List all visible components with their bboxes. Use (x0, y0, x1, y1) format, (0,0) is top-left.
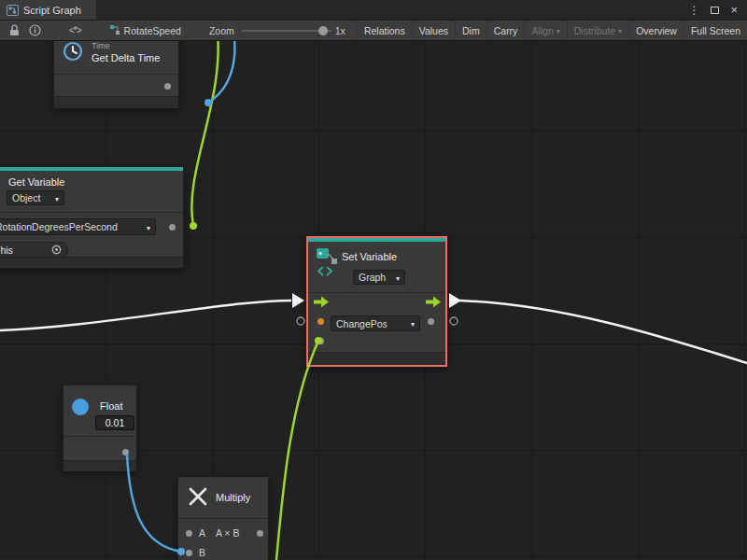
chevron-down-icon: ▾ (55, 195, 59, 203)
node-title: Get Delta Time (92, 52, 160, 63)
dim-button[interactable]: Dim (455, 21, 486, 40)
flow-input-port[interactable] (314, 296, 329, 310)
node-subtitle: Time (92, 41, 110, 50)
self-reference-chip[interactable]: This (0, 242, 68, 258)
distribute-button[interactable]: Distribute▾ (567, 21, 628, 40)
value-output-port[interactable] (428, 318, 434, 325)
close-icon[interactable]: × (730, 4, 738, 16)
node-get-delta-time[interactable]: Time Get Delta Time (53, 41, 179, 108)
clock-icon (62, 41, 84, 63)
output-label: A × B (216, 527, 239, 539)
menu-kebab-icon[interactable]: ⋮ (688, 4, 699, 17)
unconnected-port-right[interactable] (450, 317, 458, 325)
node-accent-stripe (0, 167, 183, 171)
overview-button[interactable]: Overview (628, 21, 684, 40)
tab-label: Script Graph (23, 5, 81, 16)
multiply-input-b-port[interactable] (186, 550, 192, 556)
blue-wire-top-endpoint[interactable] (204, 99, 212, 106)
node-set-variable[interactable]: Set Variable Graph ▾ ChangePos ▾ (306, 236, 447, 367)
float-icon (72, 399, 89, 415)
node-accent-stripe (308, 238, 445, 242)
flow-arrowhead-in (292, 293, 304, 308)
value-input-port[interactable] (317, 318, 324, 325)
float-output-port[interactable] (122, 449, 129, 455)
toolbar-buttons: Relations Values Dim Carry Align▾ Distri… (357, 21, 747, 40)
port-label-a: A (199, 527, 205, 539)
green-wire-bottom (276, 341, 318, 560)
multiply-input-a-port[interactable] (186, 530, 192, 537)
fallback-input-port[interactable] (317, 338, 324, 344)
variable-kind-dropdown[interactable]: Object ▾ (7, 190, 64, 205)
title-bar: Script Graph ⋮ × (0, 0, 747, 21)
graph-breadcrumb[interactable]: RotateSpeed (109, 24, 181, 37)
zoom-value: 1x (335, 25, 345, 36)
flow-wire-in (0, 301, 291, 330)
green-wire-top (191, 41, 218, 225)
unconnected-port-left[interactable] (297, 317, 304, 325)
chevron-down-icon: ▾ (618, 27, 622, 35)
relations-button[interactable]: Relations (357, 21, 412, 40)
delta-time-output-port[interactable] (164, 83, 171, 90)
lock-icon[interactable] (6, 22, 22, 39)
carry-button[interactable]: Carry (486, 21, 525, 40)
align-button[interactable]: Align▾ (524, 21, 566, 40)
node-title: Set Variable (342, 251, 397, 262)
maximize-icon[interactable] (711, 7, 719, 14)
flow-arrowhead-out (449, 293, 461, 308)
node-title: Float (100, 400, 122, 412)
zoom-label: Zoom (209, 25, 234, 36)
multiply-output-port[interactable] (257, 530, 263, 537)
flow-output-port[interactable] (426, 296, 441, 310)
variable-name-dropdown[interactable]: RotationDegreesPerSecond ▾ (0, 218, 156, 235)
chevron-down-icon: ▾ (147, 224, 150, 232)
node-float[interactable]: Float 0.01 (63, 385, 137, 471)
variable-kind-dropdown[interactable]: Graph ▾ (353, 270, 405, 285)
titlebar-spacer (96, 0, 689, 20)
graph-canvas[interactable]: Time Get Delta Time Get Variable Object … (0, 41, 747, 560)
tab-script-graph[interactable]: Script Graph (0, 0, 96, 20)
values-button[interactable]: Values (412, 21, 455, 40)
multiply-icon (187, 485, 209, 510)
green-wire-top-endpoint[interactable] (190, 222, 197, 230)
float-value-field[interactable]: 0.01 (95, 415, 134, 430)
chevron-down-icon: ▾ (557, 27, 560, 35)
blue-wire-top (208, 41, 234, 103)
graph-name: RotateSpeed (124, 25, 181, 36)
info-icon[interactable] (26, 22, 43, 39)
node-get-variable[interactable]: Get Variable Object ▾ RotationDegreesPer… (0, 166, 184, 269)
node-title: Get Variable (8, 176, 64, 188)
chevron-down-icon: ▾ (396, 274, 400, 283)
variable-name-dropdown[interactable]: ChangePos ▾ (331, 315, 420, 331)
script-graph-icon (7, 5, 19, 16)
zoom-slider-knob[interactable] (318, 26, 328, 35)
node-title: Multiply (216, 492, 250, 503)
get-variable-output-port[interactable] (169, 224, 176, 231)
graph-variable-icon (316, 247, 340, 279)
full-screen-button[interactable]: Full Screen (684, 21, 747, 40)
node-multiply[interactable]: Multiply A A × B B (177, 476, 269, 560)
graph-toolbar: <*> RotateSpeed Zoom 1x Relations Values… (0, 21, 747, 41)
target-picker-icon[interactable] (51, 245, 62, 255)
insert-node-icon[interactable]: <*> (69, 25, 81, 35)
zoom-slider[interactable] (242, 24, 331, 37)
flow-wire-out (459, 301, 747, 363)
chevron-down-icon: ▾ (411, 320, 415, 329)
graph-asset-icon (109, 24, 120, 37)
port-label-b: B (199, 547, 205, 558)
